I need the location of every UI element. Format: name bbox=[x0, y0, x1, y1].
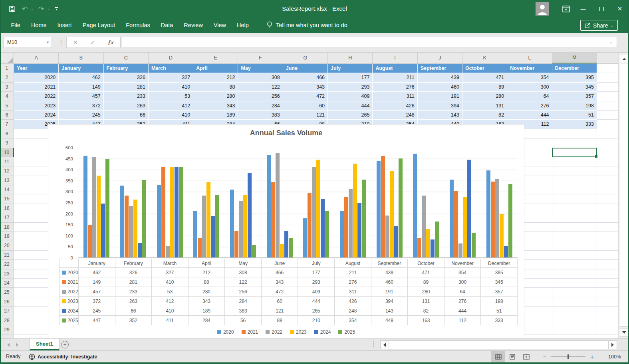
scroll-up-icon[interactable] bbox=[620, 55, 628, 63]
cell-A5[interactable]: 2023 bbox=[14, 101, 59, 111]
cell-M27[interactable] bbox=[552, 307, 597, 316]
row-header-25[interactable]: 25 bbox=[0, 288, 14, 297]
cell-M8[interactable] bbox=[552, 129, 597, 138]
cell-A3[interactable]: 2021 bbox=[14, 83, 59, 92]
cell-filler-20[interactable] bbox=[597, 241, 618, 250]
cell-M14[interactable] bbox=[552, 185, 597, 194]
cell-C6[interactable]: 66 bbox=[104, 111, 149, 120]
column-header-L[interactable]: L bbox=[507, 53, 552, 63]
cell-I1[interactable]: August bbox=[373, 64, 417, 73]
page-layout-view-button[interactable] bbox=[505, 351, 519, 362]
cell-M19[interactable] bbox=[552, 232, 597, 241]
cell-A4[interactable]: 2022 bbox=[14, 92, 59, 101]
cell-E2[interactable]: 212 bbox=[193, 73, 238, 82]
undo-icon[interactable]: ↶ bbox=[20, 3, 29, 15]
formula-bar-splitter-icon[interactable]: ⋮ bbox=[58, 37, 64, 48]
formula-input[interactable]: ⌄ bbox=[122, 37, 617, 48]
cell-M4[interactable]: 357 bbox=[552, 92, 597, 101]
cell-J2[interactable]: 439 bbox=[418, 73, 462, 82]
cell-filler-26[interactable] bbox=[597, 297, 618, 307]
cell-J6[interactable]: 143 bbox=[418, 111, 462, 120]
cell-filler-29[interactable] bbox=[597, 325, 618, 334]
cell-M11[interactable] bbox=[552, 157, 597, 166]
scroll-right-icon[interactable] bbox=[608, 340, 617, 349]
menu-tab-insert[interactable]: Insert bbox=[52, 18, 77, 33]
cell-G6[interactable]: 121 bbox=[283, 111, 328, 120]
cell-K1[interactable]: October bbox=[462, 64, 507, 73]
cell-M29[interactable] bbox=[552, 325, 597, 334]
cell-M25[interactable] bbox=[552, 288, 597, 297]
cell-M3[interactable]: 345 bbox=[552, 83, 597, 92]
selected-cell-outline[interactable] bbox=[552, 148, 597, 157]
column-header-K[interactable]: K bbox=[462, 53, 507, 63]
cell-G3[interactable]: 343 bbox=[283, 83, 328, 92]
cell-filler-22[interactable] bbox=[597, 260, 618, 269]
row-header-26[interactable]: 26 bbox=[0, 297, 14, 307]
cell-G2[interactable]: 466 bbox=[283, 73, 328, 82]
undo-dropdown-icon[interactable]: ⌄ bbox=[31, 7, 34, 11]
close-button[interactable]: ✕ bbox=[611, 0, 629, 18]
horizontal-scroll-thumb[interactable] bbox=[389, 340, 608, 349]
cell-L5[interactable]: 276 bbox=[507, 101, 552, 111]
cell-J1[interactable]: September bbox=[418, 64, 462, 73]
row-header-2[interactable]: 2 bbox=[0, 73, 14, 82]
cell-K3[interactable]: 89 bbox=[462, 83, 507, 92]
cell-F2[interactable]: 308 bbox=[238, 73, 283, 82]
cell-G4[interactable]: 472 bbox=[283, 92, 328, 101]
cell-L2[interactable]: 354 bbox=[507, 73, 552, 82]
menu-tab-home[interactable]: Home bbox=[26, 18, 52, 33]
row-header-21[interactable]: 21 bbox=[0, 251, 14, 260]
save-icon[interactable] bbox=[7, 3, 17, 15]
accessibility-status[interactable]: Accessibility: Investigate bbox=[29, 351, 97, 362]
row-header-3[interactable]: 3 bbox=[0, 83, 14, 92]
minimize-button[interactable]: — bbox=[574, 0, 592, 18]
tell-me-box[interactable]: Tell me what you want to do bbox=[267, 18, 347, 33]
column-header-J[interactable]: J bbox=[418, 53, 462, 63]
cell-D4[interactable]: 53 bbox=[149, 92, 193, 101]
zoom-level[interactable]: 100% bbox=[606, 354, 621, 360]
menu-tab-formulas[interactable]: Formulas bbox=[121, 18, 155, 33]
cell-M20[interactable] bbox=[552, 241, 597, 250]
cell-I2[interactable]: 211 bbox=[373, 73, 417, 82]
cell-E6[interactable]: 189 bbox=[193, 111, 238, 120]
cell-filler-8[interactable] bbox=[597, 129, 618, 138]
row-header-20[interactable]: 20 bbox=[0, 241, 14, 250]
embedded-chart[interactable]: Annual Sales Volume 50045040035030025020… bbox=[48, 124, 524, 338]
cell-M1[interactable]: December bbox=[552, 64, 597, 73]
menu-tab-file[interactable]: File bbox=[6, 18, 26, 33]
cell-H1[interactable]: July bbox=[328, 64, 373, 73]
cell-M18[interactable] bbox=[552, 223, 597, 232]
row-header-14[interactable]: 14 bbox=[0, 185, 14, 194]
cell-filler-2[interactable] bbox=[597, 73, 618, 82]
cell-I6[interactable]: 248 bbox=[373, 111, 417, 120]
next-sheet-icon[interactable] bbox=[16, 343, 18, 347]
row-header-4[interactable]: 4 bbox=[0, 92, 14, 101]
cell-filler-7[interactable] bbox=[597, 120, 618, 129]
cell-C4[interactable]: 233 bbox=[104, 92, 149, 101]
cell-M15[interactable] bbox=[552, 194, 597, 204]
row-header-30[interactable] bbox=[0, 334, 14, 338]
cell-B5[interactable]: 372 bbox=[59, 101, 103, 111]
vertical-scrollbar[interactable] bbox=[618, 53, 629, 338]
cell-M21[interactable] bbox=[552, 251, 597, 260]
cell-filler-10[interactable] bbox=[597, 148, 618, 157]
cell-K2[interactable]: 471 bbox=[462, 73, 507, 82]
row-header-27[interactable]: 27 bbox=[0, 307, 14, 316]
user-avatar[interactable] bbox=[536, 2, 549, 16]
redo-dropdown-icon[interactable]: ⌄ bbox=[47, 7, 50, 11]
column-header-C[interactable]: C bbox=[104, 53, 149, 63]
row-header-15[interactable]: 15 bbox=[0, 194, 14, 204]
cell-M22[interactable] bbox=[552, 260, 597, 269]
column-header-H[interactable]: H bbox=[328, 53, 373, 63]
row-header-24[interactable]: 24 bbox=[0, 279, 14, 288]
horizontal-scrollbar[interactable] bbox=[380, 340, 617, 349]
cell-L3[interactable]: 300 bbox=[507, 83, 552, 92]
cell-I3[interactable]: 276 bbox=[373, 83, 417, 92]
cell-M23[interactable] bbox=[552, 269, 597, 279]
cell-E3[interactable]: 88 bbox=[193, 83, 238, 92]
row-header-17[interactable]: 17 bbox=[0, 213, 14, 222]
cell-J3[interactable]: 460 bbox=[418, 83, 462, 92]
column-header-D[interactable]: D bbox=[149, 53, 193, 63]
menu-tab-review[interactable]: Review bbox=[179, 18, 208, 33]
cell-filler-13[interactable] bbox=[597, 176, 618, 185]
